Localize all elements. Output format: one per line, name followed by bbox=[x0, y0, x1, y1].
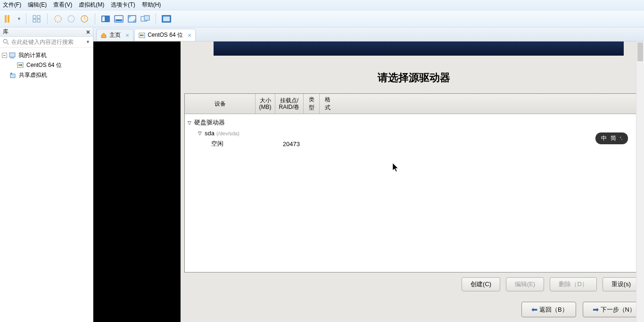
tab-centos[interactable]: CentOS 64 位 × bbox=[134, 29, 196, 41]
tree-root-mycomputer[interactable]: − 我的计算机 bbox=[2, 50, 91, 60]
svg-point-18 bbox=[3, 39, 7, 43]
vm-console[interactable]: 请选择源驱动器 设备 大小(MB) 挂载点/RAID/卷 类型 格式 ▽ bbox=[93, 41, 644, 322]
vm-icon bbox=[17, 62, 25, 69]
svg-rect-10 bbox=[102, 17, 105, 21]
svg-point-26 bbox=[10, 73, 12, 74]
svg-rect-2 bbox=[33, 16, 36, 18]
library-sidebar: 库 × ▼ − 我的计算机 CentOS 64 位 共享虚拟机 bbox=[0, 27, 93, 322]
console-view-button[interactable] bbox=[100, 13, 111, 25]
library-header: 库 × bbox=[0, 27, 93, 37]
tree-vm-centos[interactable]: CentOS 64 位 bbox=[2, 60, 91, 70]
partition-table-header: 设备 大小(MB) 挂载点/RAID/卷 类型 格式 bbox=[185, 94, 643, 114]
fullscreen-button[interactable] bbox=[126, 13, 138, 25]
next-button[interactable]: ➡下一步（N） bbox=[583, 302, 644, 317]
tab-home[interactable]: 主页 × bbox=[96, 29, 133, 41]
free-size: 20473 bbox=[282, 140, 302, 148]
tab-bar: 主页 × CentOS 64 位 × bbox=[93, 27, 644, 41]
svg-rect-5 bbox=[37, 19, 40, 22]
tree-shared-vms[interactable]: 共享虚拟机 bbox=[2, 70, 91, 80]
tree-free[interactable]: 空闲 20473 bbox=[185, 138, 643, 149]
harddrives-label: 硬盘驱动器 bbox=[194, 118, 225, 127]
tree-vm-label: CentOS 64 位 bbox=[26, 61, 62, 69]
suspend-button[interactable] bbox=[66, 13, 77, 25]
col-size[interactable]: 大小(MB) bbox=[256, 94, 275, 114]
delete-button: 删除（D） bbox=[550, 277, 596, 291]
svg-rect-1 bbox=[8, 15, 9, 23]
expand-icon[interactable]: ▽ bbox=[188, 120, 192, 125]
sda-label: sda bbox=[205, 130, 215, 137]
menu-vm[interactable]: 虚拟机(M) bbox=[79, 1, 104, 9]
tree-sda[interactable]: ▽ sda (/dev/sda) bbox=[185, 128, 643, 138]
free-label: 空闲 bbox=[211, 140, 223, 148]
home-icon bbox=[100, 32, 107, 39]
menu-bar: 文件(F) 编辑(E) 查看(V) 虚拟机(M) 选项卡(T) 帮助(H) bbox=[0, 0, 644, 10]
stretch-button[interactable] bbox=[161, 13, 172, 25]
svg-rect-20 bbox=[9, 53, 15, 57]
sda-path: (/dev/sda) bbox=[216, 131, 239, 136]
svg-rect-21 bbox=[10, 58, 14, 58]
search-input[interactable] bbox=[11, 39, 84, 45]
partition-buttons: 创建(C) 编辑(E) 删除（D） 重设(s) bbox=[184, 272, 644, 296]
tab-close-icon[interactable]: × bbox=[125, 32, 129, 39]
svg-point-24 bbox=[20, 64, 22, 66]
svg-point-6 bbox=[55, 16, 61, 22]
search-dropdown-icon[interactable]: ▼ bbox=[86, 40, 90, 44]
tree-harddrives[interactable]: ▽ 硬盘驱动器 bbox=[185, 117, 643, 128]
svg-point-7 bbox=[68, 16, 74, 22]
installer-title: 请选择源驱动器 bbox=[184, 60, 644, 93]
expand-icon[interactable]: ▽ bbox=[198, 131, 203, 136]
col-format[interactable]: 格式 bbox=[320, 94, 336, 114]
ime-mode: 简 bbox=[611, 134, 616, 142]
menu-view[interactable]: 查看(V) bbox=[53, 1, 72, 9]
library-title: 库 bbox=[3, 28, 8, 36]
svg-rect-25 bbox=[10, 74, 15, 78]
tree-shared-label: 共享虚拟机 bbox=[19, 71, 47, 79]
menu-tabs[interactable]: 选项卡(T) bbox=[111, 1, 135, 9]
menu-help[interactable]: 帮助(H) bbox=[142, 1, 161, 9]
dropdown-icon[interactable]: ▼ bbox=[17, 17, 21, 21]
guest-installer: 请选择源驱动器 设备 大小(MB) 挂载点/RAID/卷 类型 格式 ▽ bbox=[181, 41, 644, 322]
collapse-icon[interactable]: − bbox=[2, 53, 7, 58]
arrow-left-icon: ⬅ bbox=[531, 305, 537, 314]
search-row: ▼ bbox=[0, 37, 93, 48]
toolbar: ▼ bbox=[0, 10, 644, 27]
edit-button: 编辑(E) bbox=[506, 277, 544, 291]
svg-point-23 bbox=[18, 64, 20, 66]
svg-rect-3 bbox=[37, 16, 40, 18]
svg-rect-17 bbox=[163, 17, 170, 21]
svg-rect-0 bbox=[5, 15, 7, 23]
multimonitor-button[interactable] bbox=[140, 13, 151, 25]
computer-icon bbox=[9, 52, 17, 59]
wizard-nav: ⬅返回（B） ➡下一步（N） bbox=[181, 296, 644, 322]
svg-rect-15 bbox=[144, 16, 149, 20]
unity-button[interactable] bbox=[113, 13, 124, 25]
close-icon[interactable]: × bbox=[86, 28, 90, 36]
svg-point-29 bbox=[142, 34, 144, 36]
power-on-button[interactable] bbox=[52, 13, 64, 25]
col-type[interactable]: 类型 bbox=[304, 94, 320, 114]
create-button[interactable]: 创建(C) bbox=[462, 277, 500, 291]
menu-edit[interactable]: 编辑(E) bbox=[28, 1, 47, 9]
svg-rect-4 bbox=[33, 19, 36, 22]
col-device[interactable]: 设备 bbox=[185, 94, 256, 114]
shared-icon bbox=[9, 72, 17, 79]
vertical-scrollbar[interactable] bbox=[636, 41, 644, 322]
reset-button[interactable]: 重设(s) bbox=[603, 277, 640, 291]
ime-extra: °, bbox=[620, 136, 622, 140]
tab-close-icon[interactable]: × bbox=[188, 32, 191, 39]
snapshot-button[interactable] bbox=[79, 13, 90, 25]
arrow-right-icon: ➡ bbox=[593, 305, 599, 314]
svg-point-28 bbox=[140, 34, 142, 36]
col-mount[interactable]: 挂载点/RAID/卷 bbox=[275, 94, 304, 114]
ime-indicator[interactable]: 中 简 °, bbox=[595, 132, 628, 144]
library-toggle-button[interactable] bbox=[3, 13, 14, 25]
svg-line-19 bbox=[7, 43, 9, 45]
installer-banner bbox=[214, 41, 624, 56]
partition-table-body: ▽ 硬盘驱动器 ▽ sda (/dev/sda) 空闲 20473 bbox=[185, 114, 643, 272]
tab-home-label: 主页 bbox=[109, 31, 121, 39]
svg-rect-12 bbox=[116, 19, 122, 21]
back-button[interactable]: ⬅返回（B） bbox=[521, 302, 576, 317]
thumbnails-button[interactable] bbox=[31, 13, 42, 25]
menu-file[interactable]: 文件(F) bbox=[3, 1, 21, 9]
scrollbar-thumb[interactable] bbox=[637, 42, 643, 61]
